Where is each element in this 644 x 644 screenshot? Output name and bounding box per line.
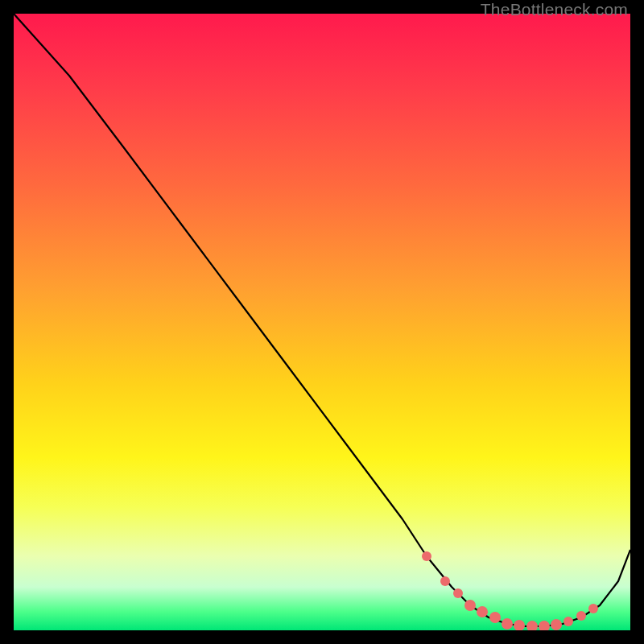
marker-dot <box>526 621 538 630</box>
marker-dot <box>502 618 513 630</box>
marker-dot <box>576 611 586 621</box>
marker-dot <box>440 576 450 586</box>
attribution-text: TheBottleneck.com <box>481 0 628 19</box>
marker-dot <box>514 620 525 630</box>
marker-dot <box>539 621 550 630</box>
curve-line <box>14 14 630 626</box>
marker-dot <box>564 617 573 626</box>
marker-dot <box>464 600 476 611</box>
marker-dot <box>422 551 431 561</box>
plot-area <box>14 14 630 630</box>
marker-dot <box>489 612 501 623</box>
marker-dot <box>551 619 562 630</box>
marker-dot <box>453 588 463 598</box>
marker-dot <box>588 604 598 613</box>
marker-dot <box>477 606 488 617</box>
bottleneck-curve <box>14 14 630 630</box>
